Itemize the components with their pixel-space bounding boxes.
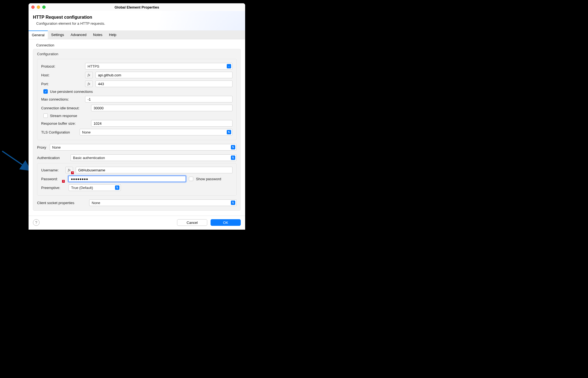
host-input[interactable] — [96, 72, 233, 78]
dialog-header: HTTP Request configuration Configuration… — [29, 11, 245, 31]
username-input[interactable] — [76, 167, 233, 173]
preemptive-select[interactable]: True (Default) ⇅ — [69, 184, 121, 191]
protocol-label: Protocol: — [41, 64, 82, 68]
chevron-down-icon: ⇅ — [231, 145, 235, 149]
use-persistent-row: ✓ Use persistent connections — [41, 88, 233, 95]
fx-button-port[interactable]: fx — [85, 80, 93, 87]
chevron-down-icon: ⇅ — [115, 185, 119, 190]
response-buffer-label: Response buffer size: — [41, 121, 88, 126]
protocol-value: HTTPS — [88, 64, 99, 68]
tls-row: TLS Configuration None ⇅ — [41, 128, 233, 137]
ok-button[interactable]: OK — [211, 219, 241, 226]
show-password-label: Show password — [196, 177, 221, 181]
titlebar: Global Element Properties — [29, 3, 245, 11]
host-row: Host: fx — [41, 71, 233, 79]
tab-help[interactable]: Help — [106, 31, 120, 39]
page-subtitle: Configuration element for a HTTP request… — [36, 20, 241, 26]
proxy-row: Proxy None ⇅ — [37, 142, 237, 152]
cancel-button[interactable]: Cancel — [177, 219, 207, 226]
proxy-value: None — [52, 145, 61, 149]
response-buffer-input[interactable] — [91, 120, 233, 127]
max-connections-label: Max connections: — [41, 97, 82, 101]
chevron-down-icon: ⇅ — [227, 130, 231, 134]
stream-response-label: Stream response — [50, 114, 77, 118]
chevron-down-icon: ⇅ — [231, 155, 235, 160]
username-label: Username: — [41, 168, 63, 172]
dialog-body: Connection Configuration Protocol: HTTPS… — [29, 39, 245, 211]
host-label: Host: — [41, 73, 82, 77]
protocol-row: Protocol: HTTPS ⌄ — [41, 62, 233, 71]
authentication-group: Username: fx Password: ✕ Show password P… — [37, 163, 237, 196]
tab-bar: General Settings Advanced Notes Help — [29, 31, 245, 39]
chevron-down-icon: ⌄ — [227, 64, 231, 68]
proxy-label: Proxy — [37, 145, 47, 149]
chevron-down-icon: ⇅ — [231, 201, 235, 205]
password-row: Password: ✕ Show password — [41, 174, 233, 183]
preemptive-label: Preemptive: — [41, 186, 66, 190]
preemptive-row: Preemptive: True (Default) ⇅ — [41, 183, 233, 192]
username-row: Username: fx — [41, 166, 233, 174]
authentication-label: Authentication — [37, 156, 68, 160]
tls-select[interactable]: None ⇅ — [80, 129, 233, 135]
idle-timeout-row: Connection idle timeout: — [41, 104, 233, 112]
use-persistent-checkbox[interactable]: ✓ — [43, 89, 48, 94]
port-label: Port: — [41, 82, 82, 86]
tls-label: TLS Configuration — [41, 130, 77, 134]
tab-settings[interactable]: Settings — [48, 31, 67, 39]
stream-response-row: Stream response — [41, 112, 233, 119]
page-title: HTTP Request configuration — [33, 15, 241, 20]
error-icon: ✕ — [62, 180, 65, 183]
svg-line-0 — [2, 151, 30, 170]
dialog-footer: ? Cancel OK — [29, 216, 245, 230]
annotation-arrow — [2, 151, 32, 174]
configuration-label: Configuration — [37, 51, 237, 58]
idle-timeout-label: Connection idle timeout: — [41, 106, 88, 110]
password-input[interactable] — [68, 176, 186, 182]
tab-general[interactable]: General — [29, 30, 48, 39]
connection-section-label: Connection — [33, 42, 241, 48]
client-socket-select[interactable]: None ⇅ — [89, 199, 237, 206]
client-socket-row: Client socket properties None ⇅ — [37, 198, 237, 207]
configuration-group: Protocol: HTTPS ⌄ Host: fx Port: fx — [37, 59, 237, 140]
max-connections-input[interactable] — [85, 96, 233, 102]
tls-value: None — [82, 130, 91, 134]
protocol-select[interactable]: HTTPS ⌄ — [85, 63, 233, 70]
window-title: Global Element Properties — [29, 5, 245, 9]
dialog-window: Global Element Properties HTTP Request c… — [29, 3, 245, 230]
fx-button-host[interactable]: fx — [85, 72, 93, 78]
authentication-select[interactable]: Basic authentication ⇅ — [71, 154, 237, 161]
port-input[interactable] — [96, 80, 233, 87]
fx-button-username[interactable]: fx — [65, 167, 73, 173]
stream-response-checkbox[interactable] — [43, 113, 48, 118]
proxy-select[interactable]: None ⇅ — [50, 144, 237, 151]
connection-group: Configuration Protocol: HTTPS ⌄ Host: fx… — [33, 49, 241, 211]
client-socket-value: None — [92, 201, 100, 205]
authentication-value: Basic authentication — [73, 156, 105, 160]
port-row: Port: fx — [41, 79, 233, 88]
password-label: Password: — [41, 177, 63, 181]
authentication-row: Authentication Basic authentication ⇅ — [37, 152, 237, 162]
client-socket-label: Client socket properties — [37, 201, 86, 205]
tab-notes[interactable]: Notes — [90, 31, 106, 39]
help-icon[interactable]: ? — [33, 219, 40, 226]
use-persistent-label: Use persistent connections — [50, 90, 93, 94]
max-connections-row: Max connections: — [41, 95, 233, 104]
preemptive-value: True (Default) — [71, 186, 93, 190]
tab-advanced[interactable]: Advanced — [67, 31, 90, 39]
response-buffer-row: Response buffer size: — [41, 119, 233, 128]
idle-timeout-input[interactable] — [91, 105, 233, 111]
show-password-checkbox[interactable] — [189, 177, 193, 181]
